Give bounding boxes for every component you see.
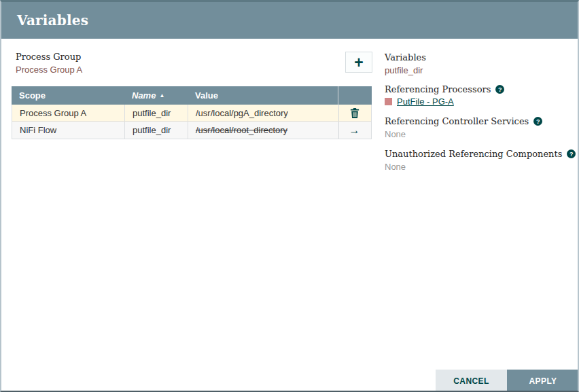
help-icon[interactable]: ? bbox=[533, 117, 542, 126]
table-row[interactable]: Process Group A putfile_dir /usr/local/p… bbox=[12, 105, 371, 122]
cell-scope: Process Group A bbox=[12, 105, 125, 121]
trash-icon bbox=[350, 108, 359, 118]
referencing-processor-link[interactable]: PutFile - PG-A bbox=[397, 96, 454, 107]
cell-value-overridden: /usr/local/root_directory bbox=[188, 125, 338, 135]
unauthorized-referencing-components-value: None bbox=[385, 162, 406, 172]
column-header-actions bbox=[338, 86, 369, 105]
referencing-processors-label: Referencing Processors ? bbox=[385, 84, 504, 94]
column-header-value[interactable]: Value bbox=[188, 90, 338, 101]
referencing-controller-services-label: Referencing Controller Services ? bbox=[385, 116, 542, 126]
delete-variable-button[interactable] bbox=[350, 108, 359, 118]
referencing-controller-services-value: None bbox=[385, 129, 406, 139]
sort-ascending-icon: ▲ bbox=[159, 92, 164, 99]
dialog-header: Variables bbox=[1, 2, 578, 39]
variables-dialog: Variables Process Group Process Group A … bbox=[0, 0, 579, 392]
selected-variable-name: putfile_dir bbox=[385, 65, 423, 75]
help-icon[interactable]: ? bbox=[567, 149, 576, 158]
column-header-name[interactable]: Name ▲ bbox=[124, 90, 188, 101]
process-group-value: Process Group A bbox=[16, 65, 82, 75]
go-to-variable-button[interactable]: → bbox=[349, 125, 360, 136]
process-group-label: Process Group bbox=[16, 52, 81, 62]
column-header-scope[interactable]: Scope bbox=[12, 90, 124, 101]
cell-name: putfile_dir bbox=[125, 122, 188, 139]
cancel-button[interactable]: CANCEL bbox=[436, 370, 507, 392]
table-header-row: Scope Name ▲ Value bbox=[12, 86, 372, 105]
cell-value: /usr/local/pgA_directory bbox=[188, 108, 338, 118]
processor-status-swatch bbox=[385, 98, 392, 105]
add-variable-button[interactable]: + bbox=[345, 52, 372, 73]
unauthorized-referencing-components-label: Unauthorized Referencing Components ? bbox=[385, 149, 576, 159]
plus-icon: + bbox=[354, 54, 363, 71]
cell-name: putfile_dir bbox=[125, 105, 188, 121]
arrow-right-icon: → bbox=[349, 125, 360, 136]
help-icon[interactable]: ? bbox=[495, 85, 504, 94]
cell-scope: NiFi Flow bbox=[12, 122, 125, 139]
apply-button[interactable]: APPLY bbox=[507, 370, 579, 392]
variables-table: Scope Name ▲ Value Process Group A putfi… bbox=[12, 86, 372, 139]
dialog-title: Variables bbox=[17, 12, 88, 29]
referencing-processor-item: PutFile - PG-A bbox=[385, 96, 454, 107]
variables-section-label: Variables bbox=[385, 52, 426, 63]
table-row[interactable]: NiFi Flow putfile_dir /usr/local/root_di… bbox=[12, 122, 371, 139]
